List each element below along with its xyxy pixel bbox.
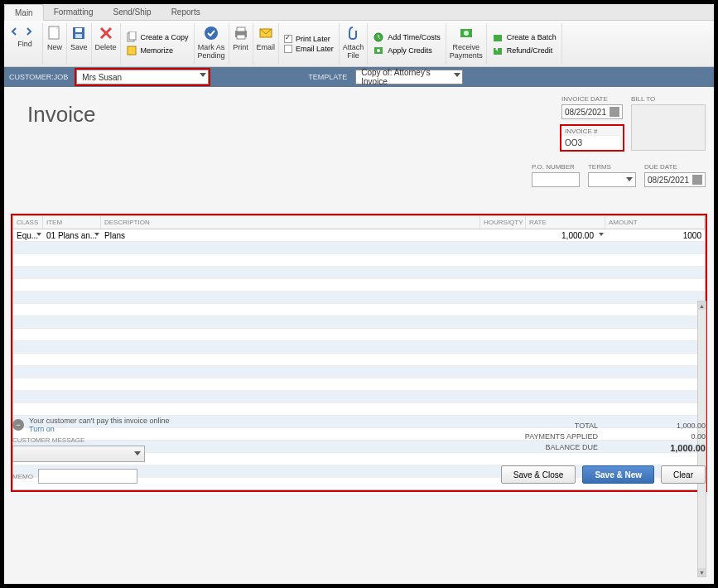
cell-hq[interactable] [480,229,526,241]
payments-label: PAYMENTS APPLIED [525,432,598,441]
cell-item[interactable]: 01 Plans an... [43,229,101,241]
tab-sendship[interactable]: Send/Ship [103,4,161,20]
grid-row[interactable] [13,254,705,267]
clear-button[interactable]: Clear [661,465,706,484]
billto-box[interactable] [631,104,706,151]
tab-reports[interactable]: Reports [161,4,210,20]
total-label: TOTAL [575,422,598,430]
invoice-date-input[interactable]: 08/25/2021 [561,104,623,119]
col-item[interactable]: ITEM [43,216,101,229]
col-desc[interactable]: DESCRIPTION [101,216,480,229]
memo-label: MEMO [12,473,33,480]
find-button[interactable]: Find [7,23,43,65]
dropdown-icon [599,233,604,236]
info-badge-icon: − [12,419,24,431]
cell-class[interactable]: Equ... [13,229,43,241]
grid-row[interactable] [13,292,705,304]
checkbox-icon [284,45,292,53]
attach-file-button[interactable]: Attach File [340,23,369,65]
create-copy-button[interactable]: Create a Copy [126,31,189,43]
customer-message-combo[interactable] [12,446,145,462]
grid-row[interactable] [13,304,705,316]
cell-desc[interactable]: Plans [101,229,480,241]
save-button[interactable]: Save [67,23,92,65]
add-time-costs-button[interactable]: Add Time/Costs [373,31,441,43]
cell-rate[interactable]: 1,000.00 [526,229,605,241]
col-class[interactable]: CLASS [13,216,43,229]
create-batch-button[interactable]: Create a Batch [492,31,557,43]
delete-button[interactable]: Delete [92,23,121,65]
refund-credit-button[interactable]: Refund/Credit [492,45,557,56]
grid-row[interactable] [13,391,705,403]
payment-icon [458,25,475,41]
balance-label: BALANCE DUE [545,443,598,453]
dropdown-icon [200,73,206,77]
calendar-icon [610,107,619,117]
grid-row[interactable] [13,316,705,329]
col-hoursqty[interactable]: HOURS/QTY [480,216,526,229]
billto-label: BILL TO [631,95,706,103]
tab-bar: Main Formatting Send/Ship Reports [4,4,714,21]
po-input[interactable] [532,172,580,187]
email-button[interactable]: Email [253,23,280,65]
turn-on-link[interactable]: Turn on [29,425,169,433]
col-amount[interactable]: AMOUNT [605,216,705,229]
memo-input[interactable] [38,469,137,484]
col-rate[interactable]: RATE [526,216,605,229]
payments-value: 0.00 [648,432,706,441]
svg-rect-3 [75,34,82,38]
print-icon [233,25,249,41]
customer-job-combo[interactable]: Mrs Susan [76,70,209,84]
batch-icon [492,31,504,43]
new-icon [46,25,63,41]
svg-point-14 [377,49,380,52]
tab-formatting[interactable]: Formatting [44,4,104,20]
grid-row[interactable] [13,267,705,279]
context-bar: CUSTOMER:JOB Mrs Susan TEMPLATE Copy of:… [4,67,714,87]
grid-row[interactable] [13,329,705,341]
invoice-no-input[interactable]: OO3 [561,135,619,150]
total-value: 1,000.00 [648,422,706,430]
dropdown-icon [134,451,141,455]
scroll-down-icon[interactable]: ▼ [698,568,706,576]
terms-label: TERMS [588,163,636,171]
memorize-button[interactable]: Memorize [126,45,189,56]
balance-value: 1,000.00 [648,443,706,453]
scroll-up-icon[interactable]: ▲ [698,301,706,310]
tab-main[interactable]: Main [4,4,44,21]
grid-row[interactable] [13,378,705,391]
grid-row[interactable] [13,354,705,366]
save-close-button[interactable]: Save & Close [501,465,576,484]
po-label: P.O. NUMBER [532,163,580,171]
grid-row[interactable] [13,341,705,354]
svg-rect-10 [237,35,245,39]
mark-pending-button[interactable]: Mark As Pending [195,23,229,65]
receive-payments-button[interactable]: Receive Payments [446,23,487,65]
attach-icon [345,25,361,41]
print-later-checkbox[interactable]: Print Later [284,35,334,43]
grid-row[interactable]: Equ... 01 Plans an... Plans 1,000.00 100… [13,229,705,242]
cell-amount[interactable]: 1000 [605,229,705,241]
svg-rect-9 [237,27,245,31]
svg-rect-2 [75,28,82,32]
terms-select[interactable] [588,172,636,187]
new-button[interactable]: New [43,23,67,65]
save-new-button[interactable]: Save & New [582,465,654,484]
duedate-input[interactable]: 08/25/2021 [644,172,706,187]
print-button[interactable]: Print [229,23,253,65]
grid-row[interactable] [13,242,705,254]
apply-credits-button[interactable]: Apply Credits [373,45,441,56]
grid-row[interactable] [13,279,705,292]
email-later-checkbox[interactable]: Email Later [284,45,334,53]
dropdown-icon [626,177,633,181]
invoice-no-label: INVOICE # [561,126,623,135]
clock-icon [373,31,384,43]
dropdown-icon [94,233,99,236]
grid-row[interactable] [13,366,705,378]
customer-job-label: CUSTOMER:JOB [9,73,68,81]
grid-row[interactable] [13,403,705,416]
dropdown-icon [36,233,41,236]
template-combo[interactable]: Copy of: Attorney's Invoice [355,70,463,84]
svg-point-7 [205,27,218,40]
toolbar: Find New Save Delete Create a Copy Memor… [4,21,714,67]
